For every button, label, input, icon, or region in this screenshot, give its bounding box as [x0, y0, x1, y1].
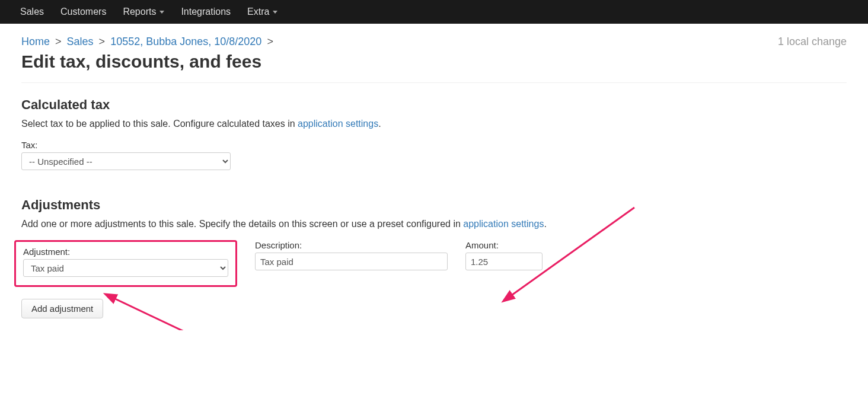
caret-down-icon: [159, 11, 164, 14]
caret-down-icon: [273, 11, 277, 14]
tax-select[interactable]: -- Unspecified --: [21, 152, 231, 170]
nav-customers-label: Customers: [60, 7, 106, 17]
adjustments-heading: Adjustments: [21, 197, 847, 213]
page-title: Edit tax, discounts, and fees: [21, 52, 276, 72]
navbar: Sales Customers Reports Integrations Ext…: [0, 0, 868, 24]
adjustment-select[interactable]: Tax paid: [23, 259, 228, 277]
local-changes-status: 1 local change: [778, 36, 847, 48]
breadcrumb-sales[interactable]: Sales: [67, 36, 94, 47]
calculated-tax-heading: Calculated tax: [21, 97, 847, 113]
add-adjustment-label: Add adjustment: [31, 304, 93, 314]
breadcrumb-record[interactable]: 10552, Bubba Jones, 10/8/2020: [110, 36, 261, 47]
breadcrumb-sep: >: [264, 36, 276, 47]
adjustments-help-pre: Add one or more adjustments to this sale…: [21, 219, 463, 229]
application-settings-link[interactable]: application settings: [298, 119, 378, 129]
adjustment-row: Adjustment: Tax paid Description: Amount…: [21, 240, 847, 287]
add-adjustment-button[interactable]: Add adjustment: [21, 299, 103, 318]
calculated-tax-help: Select tax to be applied to this sale. C…: [21, 119, 847, 129]
nav-sales[interactable]: Sales: [12, 0, 52, 24]
adjustments-help-post: .: [544, 219, 546, 229]
calculated-tax-help-post: .: [378, 119, 381, 129]
amount-label: Amount:: [465, 240, 542, 250]
adjustment-label: Adjustment:: [23, 247, 228, 257]
description-label: Description:: [255, 240, 448, 250]
nav-reports[interactable]: Reports: [114, 0, 173, 24]
nav-sales-label: Sales: [20, 7, 44, 17]
svg-line-0: [113, 298, 273, 330]
amount-input[interactable]: [465, 253, 542, 270]
adjustments-help: Add one or more adjustments to this sale…: [21, 219, 847, 229]
page-body: Home > Sales > 10552, Bubba Jones, 10/8/…: [0, 24, 868, 330]
nav-integrations-label: Integrations: [181, 7, 231, 17]
nav-integrations[interactable]: Integrations: [173, 0, 239, 24]
nav-reports-label: Reports: [123, 7, 156, 17]
nav-customers[interactable]: Customers: [52, 0, 114, 24]
divider: [21, 82, 847, 83]
application-settings-link[interactable]: application settings: [463, 219, 544, 229]
breadcrumb-sep: >: [97, 36, 108, 47]
nav-extra[interactable]: Extra: [239, 0, 286, 24]
breadcrumb-sep: >: [53, 36, 64, 47]
tax-label: Tax:: [21, 140, 847, 150]
nav-extra-label: Extra: [247, 7, 269, 17]
adjustment-highlight-box: Adjustment: Tax paid: [14, 240, 237, 287]
breadcrumb: Home > Sales > 10552, Bubba Jones, 10/8/…: [21, 36, 276, 48]
calculated-tax-help-pre: Select tax to be applied to this sale. C…: [21, 119, 298, 129]
breadcrumb-home[interactable]: Home: [21, 36, 50, 47]
description-input[interactable]: [255, 253, 448, 270]
